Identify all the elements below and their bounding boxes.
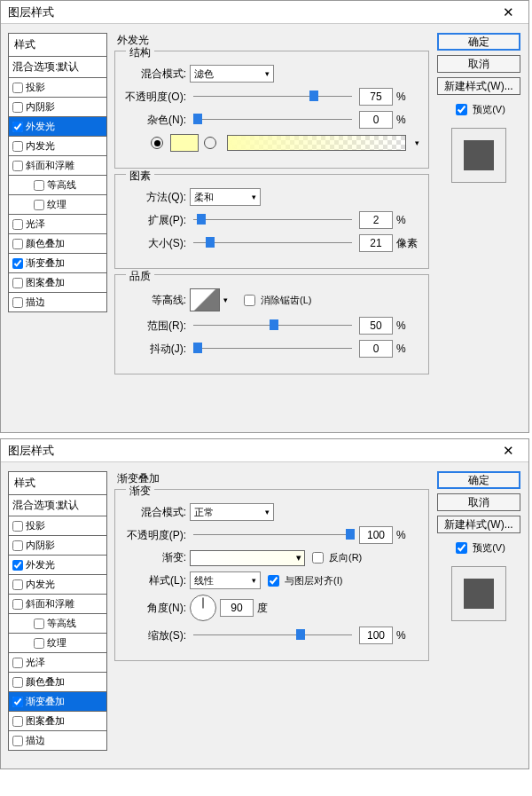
color-swatch[interactable] [170, 134, 199, 152]
style-list-header[interactable]: 样式 [8, 33, 107, 57]
angle-dial[interactable] [190, 595, 216, 621]
style-item-stroke[interactable]: 描边 [8, 293, 107, 312]
style-item-texture[interactable]: 纹理 [8, 195, 107, 215]
scale-input[interactable]: 100 [359, 627, 393, 644]
style-item-color-overlay[interactable]: 颜色叠加 [8, 673, 107, 692]
reverse-checkbox[interactable]: 反向(R) [309, 549, 362, 566]
opacity-slider[interactable] [193, 91, 352, 103]
range-input[interactable]: 50 [359, 317, 393, 335]
blend-mode-select[interactable]: 正常▾ [190, 503, 274, 521]
range-slider[interactable] [193, 319, 352, 332]
noise-label: 杂色(N): [124, 113, 186, 128]
checkbox[interactable] [12, 540, 23, 551]
group-title: 图素 [126, 169, 154, 184]
checkbox[interactable] [12, 658, 23, 668]
checkbox[interactable] [12, 579, 23, 590]
style-item-outer-glow[interactable]: 外发光 [8, 556, 107, 575]
checkbox[interactable] [34, 619, 44, 629]
spread-slider[interactable] [193, 214, 352, 226]
style-item-pattern-overlay[interactable]: 图案叠加 [8, 273, 107, 293]
style-select[interactable]: 线性▾ [190, 571, 261, 589]
style-item-gradient-overlay[interactable]: 渐变叠加 [8, 692, 107, 712]
size-input[interactable]: 21 [359, 234, 393, 252]
noise-input[interactable]: 0 [359, 111, 393, 129]
spread-input[interactable]: 2 [359, 211, 393, 229]
close-icon[interactable]: ✕ [495, 3, 521, 22]
checkbox[interactable] [12, 161, 23, 171]
checkbox[interactable] [12, 83, 23, 93]
method-select[interactable]: 柔和▾ [190, 188, 261, 206]
checkbox[interactable] [12, 677, 23, 688]
titlebar: 图层样式 ✕ [1, 439, 528, 462]
checkbox[interactable] [12, 141, 23, 152]
anti-alias-checkbox[interactable]: 消除锯齿(L) [240, 292, 311, 309]
align-layer-checkbox[interactable]: 与图层对齐(I) [264, 572, 342, 589]
close-icon[interactable]: ✕ [495, 441, 521, 461]
checkbox[interactable] [12, 716, 23, 727]
style-item-inner-glow[interactable]: 内发光 [8, 137, 107, 156]
chevron-down-icon[interactable]: ▾ [415, 138, 419, 147]
preview-checkbox[interactable]: 预览(V) [452, 540, 505, 556]
ok-button[interactable]: 确定 [437, 471, 520, 489]
cancel-button[interactable]: 取消 [437, 55, 520, 73]
group-title: 品质 [126, 269, 154, 284]
noise-slider[interactable] [193, 114, 352, 126]
style-item-drop-shadow[interactable]: 投影 [8, 516, 107, 536]
opacity-input[interactable]: 75 [359, 88, 393, 106]
checkbox[interactable] [12, 122, 23, 132]
solid-color-radio[interactable] [151, 137, 163, 149]
style-item-bevel[interactable]: 斜面和浮雕 [8, 595, 107, 614]
checkbox[interactable] [12, 736, 23, 746]
checkbox[interactable] [12, 102, 23, 113]
checkbox[interactable] [12, 697, 23, 707]
checkbox[interactable] [12, 278, 23, 288]
style-item-inner-shadow[interactable]: 内阴影 [8, 98, 107, 117]
style-item-satin[interactable]: 光泽 [8, 215, 107, 234]
cancel-button[interactable]: 取消 [437, 493, 520, 511]
style-item-contour[interactable]: 等高线 [8, 614, 107, 634]
style-item-inner-shadow[interactable]: 内阴影 [8, 536, 107, 556]
contour-picker[interactable] [190, 288, 220, 311]
gradient-picker[interactable]: ▾ [190, 550, 305, 566]
jitter-slider[interactable] [193, 343, 352, 355]
style-item-gradient-overlay[interactable]: 渐变叠加 [8, 254, 107, 273]
checkbox[interactable] [12, 258, 23, 269]
blend-options-default[interactable]: 混合选项:默认 [8, 57, 107, 78]
checkbox[interactable] [12, 560, 23, 571]
gradient-radio[interactable] [204, 137, 216, 149]
opacity-input[interactable]: 100 [359, 526, 393, 544]
style-item-texture[interactable]: 纹理 [8, 634, 107, 653]
gradient-preview[interactable] [227, 135, 406, 151]
style-item-pattern-overlay[interactable]: 图案叠加 [8, 712, 107, 731]
style-item-contour[interactable]: 等高线 [8, 176, 107, 195]
style-list-header[interactable]: 样式 [8, 471, 107, 495]
blend-options-default[interactable]: 混合选项:默认 [8, 495, 107, 516]
style-item-bevel[interactable]: 斜面和浮雕 [8, 156, 107, 176]
new-style-button[interactable]: 新建样式(W)... [437, 77, 520, 95]
ok-button[interactable]: 确定 [437, 33, 520, 51]
checkbox[interactable] [12, 599, 23, 610]
checkbox[interactable] [12, 297, 23, 308]
preview-checkbox[interactable]: 预览(V) [452, 101, 505, 118]
scale-slider[interactable] [193, 629, 352, 642]
style-item-color-overlay[interactable]: 颜色叠加 [8, 234, 107, 254]
style-item-satin[interactable]: 光泽 [8, 653, 107, 673]
style-list: 样式 混合选项:默认 投影 内阴影 外发光 内发光 斜面和浮雕 等高线 纹理 光… [8, 33, 107, 312]
size-slider[interactable] [193, 237, 352, 249]
blend-mode-select[interactable]: 滤色▾ [190, 65, 274, 83]
style-item-drop-shadow[interactable]: 投影 [8, 78, 107, 98]
style-item-outer-glow[interactable]: 外发光 [8, 117, 107, 137]
checkbox[interactable] [34, 200, 44, 210]
checkbox[interactable] [12, 219, 23, 230]
angle-input[interactable]: 90 [220, 599, 254, 617]
opacity-slider[interactable] [193, 529, 352, 541]
checkbox[interactable] [34, 638, 44, 649]
chevron-down-icon[interactable]: ▾ [223, 296, 228, 304]
new-style-button[interactable]: 新建样式(W)... [437, 516, 520, 533]
checkbox[interactable] [34, 180, 44, 191]
style-item-inner-glow[interactable]: 内发光 [8, 575, 107, 595]
checkbox[interactable] [12, 239, 23, 249]
style-item-stroke[interactable]: 描边 [8, 731, 107, 751]
checkbox[interactable] [12, 521, 23, 532]
jitter-input[interactable]: 0 [359, 340, 393, 358]
